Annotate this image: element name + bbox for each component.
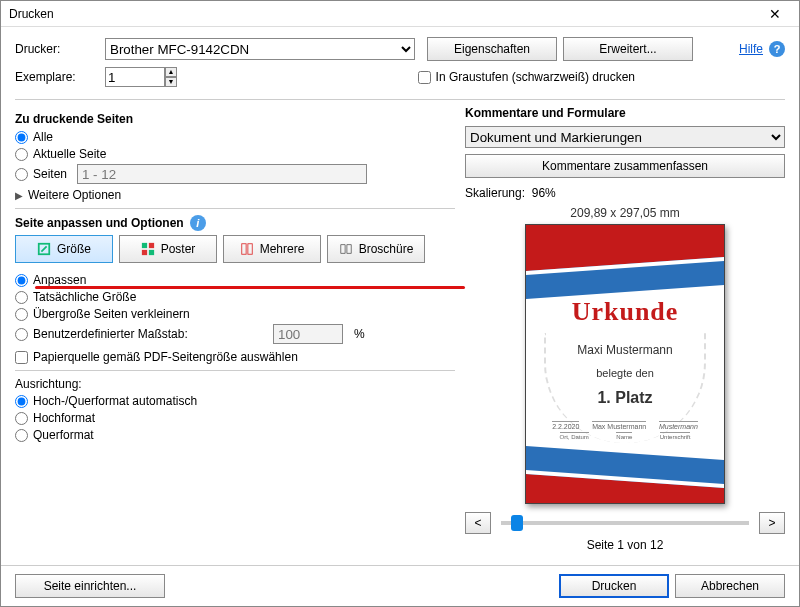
pages-section-title: Zu druckende Seiten xyxy=(15,112,455,126)
copies-row: Exemplare: ▲▼ In Graustufen (schwarzweiß… xyxy=(15,67,785,87)
pages-range-input[interactable] xyxy=(77,164,367,184)
cert-rank: 1. Platz xyxy=(597,389,652,407)
pages-icon xyxy=(240,242,254,256)
print-button[interactable]: Drucken xyxy=(559,574,669,598)
preview-area: 209,89 x 297,05 mm Urkunde Maxi Musterma… xyxy=(465,204,785,559)
properties-button[interactable]: Eigenschaften xyxy=(427,37,557,61)
left-column: Zu druckende Seiten Alle Aktuelle Seite … xyxy=(15,106,455,559)
cert-heading: Urkunde xyxy=(572,297,679,327)
page-preview: Urkunde Maxi Mustermann belegte den 1. P… xyxy=(525,224,725,504)
next-page-button[interactable]: > xyxy=(759,512,785,534)
more-options-toggle[interactable]: ▶ Weitere Optionen xyxy=(15,188,455,202)
scale-shrink-radio[interactable] xyxy=(15,308,28,321)
scale-actual-row[interactable]: Tatsächliche Größe xyxy=(15,290,455,304)
resize-icon xyxy=(37,242,51,256)
slider-thumb[interactable] xyxy=(511,515,523,531)
copies-spinner[interactable]: ▲▼ xyxy=(165,67,177,87)
orient-auto-radio[interactable] xyxy=(15,395,28,408)
scale-fit-radio[interactable] xyxy=(15,274,28,287)
print-dialog: Drucken ✕ Drucker: Brother MFC-9142CDN E… xyxy=(0,0,800,607)
orient-auto-row[interactable]: Hoch-/Querformat automatisch xyxy=(15,394,455,408)
summarize-comments-button[interactable]: Kommentare zusammenfassen xyxy=(465,154,785,178)
window-close-button[interactable]: ✕ xyxy=(755,2,795,26)
printer-label: Drucker: xyxy=(15,42,105,56)
papersource-checkbox[interactable] xyxy=(15,351,28,364)
svg-rect-5 xyxy=(241,244,245,255)
scaling-readout: Skalierung: 96% xyxy=(465,186,785,200)
advanced-button[interactable]: Erweitert... xyxy=(563,37,693,61)
pages-all-row[interactable]: Alle xyxy=(15,130,455,144)
bottom-bar: Seite einrichten... Drucken Abbrechen xyxy=(1,565,799,606)
svg-rect-3 xyxy=(142,250,147,255)
layout-poster-button[interactable]: Poster xyxy=(119,235,217,263)
pages-range-row[interactable]: Seiten xyxy=(15,164,455,184)
scale-custom-radio[interactable] xyxy=(15,328,28,341)
svg-rect-6 xyxy=(248,244,252,255)
svg-rect-4 xyxy=(149,250,154,255)
layout-mode-buttons: Größe Poster Mehrere Broschüre xyxy=(15,235,455,263)
printer-row: Drucker: Brother MFC-9142CDN Eigenschaft… xyxy=(15,37,785,61)
pages-current-radio[interactable] xyxy=(15,148,28,161)
scale-actual-radio[interactable] xyxy=(15,291,28,304)
cert-subline: belegte den xyxy=(596,367,654,379)
copies-label: Exemplare: xyxy=(15,70,105,84)
grayscale-checkbox[interactable] xyxy=(418,71,431,84)
percent-label: % xyxy=(354,327,365,341)
window-title: Drucken xyxy=(9,7,755,21)
pages-current-row[interactable]: Aktuelle Seite xyxy=(15,147,455,161)
orientation-label: Ausrichtung: xyxy=(15,377,455,391)
scale-custom-row[interactable]: Benutzerdefinierter Maßstab: % xyxy=(15,324,455,344)
comments-select[interactable]: Dokument und Markierungen xyxy=(465,126,785,148)
cancel-button[interactable]: Abbrechen xyxy=(675,574,785,598)
pages-range-radio[interactable] xyxy=(15,168,28,181)
page-slider[interactable] xyxy=(501,521,749,525)
scale-shrink-row[interactable]: Übergroße Seiten verkleinern xyxy=(15,307,455,321)
orient-portrait-radio[interactable] xyxy=(15,412,28,425)
scale-fit-row[interactable]: Anpassen xyxy=(15,273,455,287)
pages-all-radio[interactable] xyxy=(15,131,28,144)
fit-section-title: Seite anpassen und Optionen i xyxy=(15,215,455,231)
svg-rect-1 xyxy=(142,243,147,248)
layout-size-button[interactable]: Größe xyxy=(15,235,113,263)
title-bar: Drucken ✕ xyxy=(1,1,799,27)
page-setup-button[interactable]: Seite einrichten... xyxy=(15,574,165,598)
orient-portrait-row[interactable]: Hochformat xyxy=(15,411,455,425)
help-link[interactable]: Hilfe xyxy=(739,42,763,56)
prev-page-button[interactable]: < xyxy=(465,512,491,534)
page-counter: Seite 1 von 12 xyxy=(587,538,664,552)
scale-custom-input[interactable] xyxy=(273,324,343,344)
papersource-row[interactable]: Papierquelle gemäß PDF-Seitengröße auswä… xyxy=(15,350,455,364)
layout-booklet-button[interactable]: Broschüre xyxy=(327,235,425,263)
help-icon[interactable]: ? xyxy=(769,41,785,57)
chevron-right-icon: ▶ xyxy=(15,190,23,201)
dialog-body: Drucker: Brother MFC-9142CDN Eigenschaft… xyxy=(1,27,799,565)
comments-title: Kommentare und Formulare xyxy=(465,106,785,120)
right-column: Kommentare und Formulare Dokument und Ma… xyxy=(465,106,785,559)
orient-landscape-radio[interactable] xyxy=(15,429,28,442)
book-icon xyxy=(339,242,353,256)
cert-name: Maxi Mustermann xyxy=(577,343,672,357)
printer-select[interactable]: Brother MFC-9142CDN xyxy=(105,38,415,60)
svg-rect-2 xyxy=(149,243,154,248)
grid-icon xyxy=(141,242,155,256)
grayscale-row[interactable]: In Graustufen (schwarzweiß) drucken xyxy=(418,70,635,84)
grayscale-label: In Graustufen (schwarzweiß) drucken xyxy=(436,70,635,84)
close-icon: ✕ xyxy=(769,6,781,22)
layout-multiple-button[interactable]: Mehrere xyxy=(223,235,321,263)
paper-dimensions: 209,89 x 297,05 mm xyxy=(570,206,679,220)
orient-landscape-row[interactable]: Querformat xyxy=(15,428,455,442)
copies-input[interactable] xyxy=(105,67,165,87)
info-icon[interactable]: i xyxy=(190,215,206,231)
